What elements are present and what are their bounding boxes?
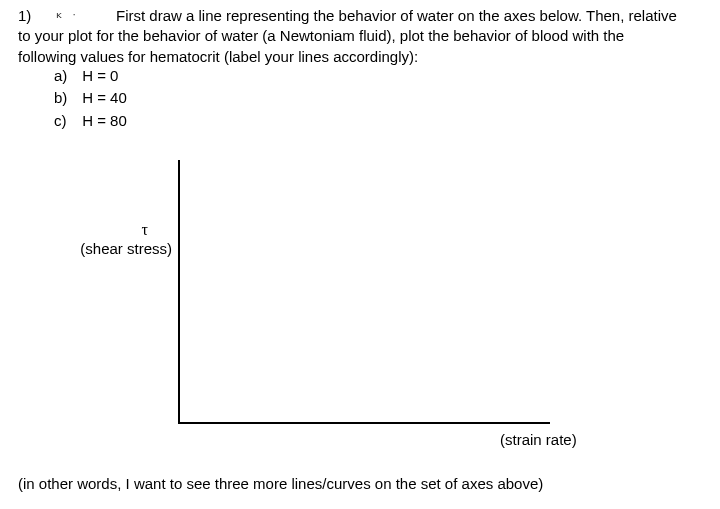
option-b: b) H = 40 bbox=[54, 88, 127, 108]
chart-area: τ (shear stress) (strain rate) bbox=[60, 160, 620, 440]
y-axis-label: (shear stress) bbox=[60, 240, 172, 259]
prompt-line-3: following values for hematocrit (label y… bbox=[18, 48, 418, 65]
option-text: H = 80 bbox=[82, 112, 127, 129]
prompt-line-2: to your plot for the behavior of water (… bbox=[18, 27, 624, 44]
option-letter: a) bbox=[54, 66, 78, 86]
option-a: a) H = 0 bbox=[54, 66, 127, 86]
footer-instruction: (in other words, I want to see three mor… bbox=[18, 474, 543, 494]
option-text: H = 0 bbox=[82, 67, 118, 84]
prompt-line-1: First draw a line representing the behav… bbox=[18, 6, 718, 26]
question-prompt: First draw a line representing the behav… bbox=[18, 6, 718, 67]
option-letter: b) bbox=[54, 88, 78, 108]
empty-plot-axes bbox=[178, 160, 550, 424]
worksheet-page: 1) ᴋ · First draw a line representing th… bbox=[0, 0, 720, 509]
option-text: H = 40 bbox=[82, 89, 127, 106]
option-c: c) H = 80 bbox=[54, 111, 127, 131]
y-axis-symbol: τ bbox=[60, 220, 172, 240]
x-axis-label: (strain rate) bbox=[500, 430, 577, 450]
option-list: a) H = 0 b) H = 40 c) H = 80 bbox=[54, 66, 127, 133]
y-axis-label-group: τ (shear stress) bbox=[60, 220, 172, 259]
option-letter: c) bbox=[54, 111, 78, 131]
